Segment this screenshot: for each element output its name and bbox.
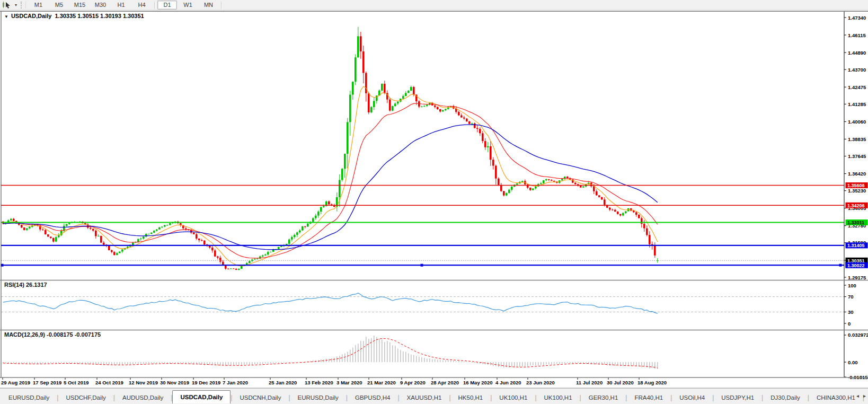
hline-drag-handle[interactable] bbox=[839, 264, 842, 267]
svg-text:0: 0 bbox=[848, 321, 851, 327]
toolbar-separator bbox=[154, 2, 155, 9]
svg-text:1.34206: 1.34206 bbox=[847, 203, 865, 208]
svg-text:1.42475: 1.42475 bbox=[848, 84, 866, 90]
timeframe-button-h1[interactable]: H1 bbox=[111, 1, 131, 10]
chart-tab-usdchf-daily[interactable]: USDCHF,Daily bbox=[58, 392, 113, 403]
chart-tabs: EURUSD,Daily|USDCHF,Daily|AUDUSD,Daily|U… bbox=[1, 391, 868, 403]
svg-text:11 Jul 2020: 11 Jul 2020 bbox=[576, 380, 603, 385]
svg-text:28 Apr 2020: 28 Apr 2020 bbox=[431, 380, 459, 385]
svg-text:3 Mar 2020: 3 Mar 2020 bbox=[336, 380, 362, 385]
svg-text:21 Mar 2020: 21 Mar 2020 bbox=[367, 380, 396, 385]
chart-tab-usdjpy-h1[interactable]: USDJPY,H1 bbox=[714, 392, 761, 403]
svg-text:18 Aug 2020: 18 Aug 2020 bbox=[637, 380, 667, 385]
svg-text:1.41285: 1.41285 bbox=[848, 101, 866, 107]
svg-text:-0.018154: -0.018154 bbox=[848, 374, 868, 380]
tab-scroll-right-icon[interactable]: ▸ bbox=[863, 393, 866, 399]
svg-text:1.35230: 1.35230 bbox=[848, 188, 866, 194]
timeframe-button-m30[interactable]: M30 bbox=[91, 1, 110, 10]
chart-tab-hk50-h1[interactable]: HK50,H1 bbox=[451, 392, 491, 403]
svg-text:19 Dec 2019: 19 Dec 2019 bbox=[192, 380, 220, 385]
svg-text:1.46115: 1.46115 bbox=[848, 32, 866, 38]
mt4-window: ▾ M1M5M15M30H1H4D1W1MN 1.473401.461151.4… bbox=[0, 0, 868, 404]
timeframe-button-mn[interactable]: MN bbox=[199, 1, 218, 10]
toolbar-grip-handle[interactable] bbox=[21, 2, 26, 8]
svg-text:1.38835: 1.38835 bbox=[848, 136, 866, 142]
chart-tab-usdcad-daily[interactable]: USDCAD,Daily bbox=[172, 390, 231, 403]
svg-text:17 Sep 2019: 17 Sep 2019 bbox=[33, 380, 61, 385]
timeframe-button-d1[interactable]: D1 bbox=[157, 1, 177, 10]
chart-tab-dj30-daily[interactable]: DJ30,Daily bbox=[763, 392, 808, 403]
chart-tab-fra40-h1[interactable]: FRA40,H1 bbox=[627, 392, 670, 403]
chart-tab-eurusd-daily[interactable]: EURUSD,Daily bbox=[1, 392, 57, 403]
svg-text:0.032972: 0.032972 bbox=[848, 332, 868, 338]
svg-text:100: 100 bbox=[848, 283, 856, 288]
svg-text:30 Nov 2019: 30 Nov 2019 bbox=[160, 380, 189, 385]
tab-scroll-left-icon[interactable]: ◂ bbox=[856, 393, 859, 399]
svg-text:1.36420: 1.36420 bbox=[848, 171, 866, 177]
chart-tab-gbpusd-h4[interactable]: GBPUSD,H4 bbox=[348, 392, 397, 403]
svg-text:1.29175: 1.29175 bbox=[848, 275, 866, 280]
svg-text:30 Jul 2020: 30 Jul 2020 bbox=[607, 380, 634, 385]
chart-tab-usoil-h4[interactable]: USOil,H4 bbox=[672, 392, 712, 403]
chart-tab-usdcnh-daily[interactable]: USDCNH,Daily bbox=[232, 392, 288, 403]
svg-text:7 Jan 2020: 7 Jan 2020 bbox=[223, 380, 248, 385]
chart-tab-eurusd-daily[interactable]: EURUSD,Daily bbox=[290, 392, 346, 403]
svg-text:9 Apr 2020: 9 Apr 2020 bbox=[400, 380, 426, 385]
svg-text:1.47340: 1.47340 bbox=[848, 15, 866, 21]
chart-tab-china300-h1[interactable]: CHINA300,H1 bbox=[809, 392, 863, 403]
svg-text:70: 70 bbox=[848, 294, 854, 300]
svg-text:4 Jun 2020: 4 Jun 2020 bbox=[495, 380, 521, 385]
chart-tab-uk100-h1[interactable]: UK100,H1 bbox=[492, 392, 535, 403]
timeframe-buttons: M1M5M15M30H1H4D1W1MN bbox=[28, 0, 224, 10]
svg-text:25 Jan 2020: 25 Jan 2020 bbox=[269, 380, 297, 385]
svg-text:1.33011: 1.33011 bbox=[847, 220, 864, 225]
svg-text:1.44890: 1.44890 bbox=[848, 50, 866, 56]
svg-text:1.35606: 1.35606 bbox=[847, 183, 865, 188]
chart-tab-uk100-h1[interactable]: UK100,H1 bbox=[537, 392, 580, 403]
price-chart-canvas[interactable]: 1.473401.461151.448901.437001.424751.412… bbox=[0, 11, 868, 388]
svg-text:1.40060: 1.40060 bbox=[848, 119, 866, 125]
chart-cursor-icon[interactable] bbox=[1, 1, 13, 9]
svg-text:1.30022: 1.30022 bbox=[847, 263, 865, 268]
chart-menu-arrow-icon[interactable]: ▼ bbox=[4, 14, 8, 19]
svg-text:1.43700: 1.43700 bbox=[848, 67, 866, 73]
timeframe-button-w1[interactable]: W1 bbox=[178, 1, 198, 10]
svg-text:16 May 2020: 16 May 2020 bbox=[463, 380, 492, 385]
svg-text:12 Nov 2019: 12 Nov 2019 bbox=[129, 380, 158, 385]
timeframe-button-m5[interactable]: M5 bbox=[49, 1, 69, 10]
hline-drag-handle[interactable] bbox=[421, 264, 423, 267]
svg-text:23 Jun 2020: 23 Jun 2020 bbox=[526, 380, 555, 385]
dropdown-arrow-icon[interactable]: ▾ bbox=[13, 1, 19, 9]
svg-text:1.37645: 1.37645 bbox=[848, 153, 866, 159]
toolbar: ▾ M1M5M15M30H1H4D1W1MN bbox=[0, 0, 868, 11]
timeframe-button-m15[interactable]: M15 bbox=[70, 1, 90, 10]
tab-scroll-controls: ◂ ▸ bbox=[856, 393, 866, 399]
chart-tab-audusd-daily[interactable]: AUDUSD,Daily bbox=[115, 392, 171, 403]
svg-text:29 Aug 2019: 29 Aug 2019 bbox=[1, 380, 30, 385]
timeframe-button-m1[interactable]: M1 bbox=[29, 1, 48, 10]
svg-text:1.31405: 1.31405 bbox=[847, 243, 865, 248]
svg-text:24 Oct 2019: 24 Oct 2019 bbox=[95, 380, 123, 385]
chart-tab-ger30-h1[interactable]: GER30,H1 bbox=[581, 392, 626, 403]
svg-text:5 Oct 2019: 5 Oct 2019 bbox=[64, 380, 89, 385]
chart-window[interactable]: 1.473401.461151.448901.437001.424751.412… bbox=[0, 11, 868, 388]
chart-tab-bar: EURUSD,Daily|USDCHF,Daily|AUDUSD,Daily|U… bbox=[0, 388, 868, 404]
svg-text:13 Feb 2020: 13 Feb 2020 bbox=[305, 380, 333, 385]
svg-text:0.00: 0.00 bbox=[848, 359, 858, 365]
chart-tab-xauusd-h1[interactable]: XAUUSD,H1 bbox=[400, 392, 449, 403]
timeframe-button-h4[interactable]: H4 bbox=[132, 1, 152, 10]
toolbar-separator bbox=[221, 2, 222, 9]
svg-text:30: 30 bbox=[848, 309, 854, 315]
